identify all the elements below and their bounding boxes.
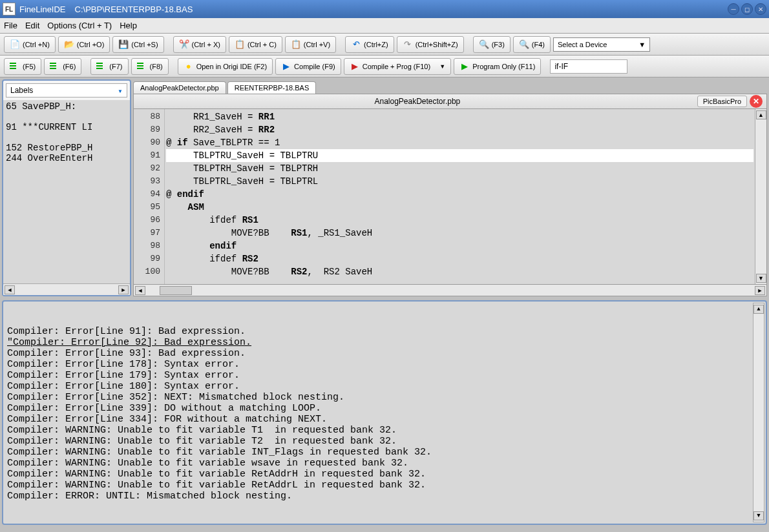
output-line: Compiler: WARNING: Unable to fit variabl… [7,425,762,436]
output-line: Compiler: Error[Line 179]: Syntax error. [7,370,762,381]
cut-button[interactable]: ✂️(Ctrl + X) [173,36,226,53]
labels-hscrollbar[interactable]: ◄ ► [3,283,130,295]
code-line[interactable]: RR2_SaveH = RR2 [166,123,753,136]
code-line[interactable]: TBLPTRH_SaveH = TBLPTRH [166,162,753,175]
redo-icon: ↷ [403,39,413,50]
menubar: File Edit Options (Ctrl + T) Help [0,18,769,34]
code-line[interactable]: @ endif [166,188,753,201]
compiler-output-panel[interactable]: Compiler: Error[Line 91]: Bad expression… [2,300,767,525]
output-line: Compiler: Error[Line 180]: Syntax error. [7,381,762,392]
line-number: 99 [135,252,160,265]
tab-analogpeak[interactable]: AnalogPeakDetector.pbp [133,81,226,94]
code-line[interactable]: ASM [166,201,753,214]
new-file-icon: 📄 [10,39,20,50]
undo-button[interactable]: ↶(Ctrl+Z) [345,36,394,53]
output-line: Compiler: WARNING: Unable to fit variabl… [7,436,762,447]
tab-reenterpbp[interactable]: REENTERPBP-18.BAS [227,81,317,94]
scroll-thumb[interactable] [160,286,192,295]
output-line: Compiler: WARNING: Unable to fit variabl… [7,447,762,458]
code-line[interactable]: MOVE?BB RS2, RS2 SaveH [166,265,753,278]
code-line[interactable]: TBLPTRL_SaveH = TBLPTRL [166,175,753,188]
compile-button[interactable]: ▶Compile (F9) [275,58,341,75]
language-badge[interactable]: PicBasicPro [697,96,747,107]
scroll-right-icon[interactable]: ► [755,286,765,295]
minimize-button[interactable]: ─ [728,3,739,15]
open-orig-ide-button[interactable]: ●Open in Origi IDE (F2) [178,58,273,75]
code-line[interactable]: MOVE?BB RS1, _RS1_SaveH [166,227,753,240]
play-red-icon: ▶ [350,61,360,72]
step-f7-button[interactable]: (F7) [90,58,128,75]
line-number: 92 [135,162,160,175]
menu-options[interactable]: Options (Ctrl + T) [47,21,112,30]
editor-vscrollbar[interactable]: ▲ ▼ [755,109,766,284]
line-number: 93 [135,175,160,188]
scroll-left-icon[interactable]: ◄ [5,285,15,294]
redo-button[interactable]: ↷(Ctrl+Shift+Z) [397,36,464,53]
document-title: AnalogPeakDetector.pbp [138,97,697,106]
close-button[interactable]: ✕ [755,3,766,15]
new-button[interactable]: 📄(Ctrl +N) [4,36,56,53]
device-select[interactable]: Select a Device ▼ [553,37,650,52]
file-path: C:\PBP\REENTERPBP-18.BAS [75,5,193,14]
step-f6-button[interactable]: (F6) [44,58,81,75]
play-blue-icon: ▶ [281,61,291,72]
search-next-icon: 🔍 [519,39,529,50]
device-select-label: Select a Device [558,41,607,48]
save-button[interactable]: 💾(Ctrl +S) [112,36,163,53]
if-field[interactable]: if-IF [550,59,627,74]
maximize-button[interactable]: ◻ [741,3,753,15]
search-icon: 🔍 [479,39,489,50]
line-number: 96 [135,214,160,227]
step-f8-button[interactable]: (F8) [131,58,169,75]
main-area: Labels 65 SavePBP_H: 91 ***CURRENT LI 15… [0,77,769,298]
app-title: FineLineIDE [19,5,66,14]
scroll-down-icon[interactable]: ▼ [756,274,766,283]
play-yellow-icon: ● [184,61,194,72]
chevron-down-icon[interactable]: ▼ [439,63,445,70]
code-line[interactable]: ifdef RS1 [166,214,753,227]
open-button[interactable]: 📂(Ctrl +O) [58,36,110,53]
scroll-up-icon[interactable]: ▲ [753,305,764,314]
scroll-left-icon[interactable]: ◄ [135,286,145,295]
step-f5-button[interactable]: (F5) [4,58,41,75]
code-area[interactable]: RR1_SaveH = RR1 RR2_SaveH = RR2@ if Save… [165,109,755,284]
code-line[interactable]: endif [166,240,753,252]
code-line[interactable]: TBLPTRU_SaveH = TBLPTRU [166,149,753,162]
toolbar-primary: 📄(Ctrl +N) 📂(Ctrl +O) 💾(Ctrl +S) ✂️(Ctrl… [0,34,769,56]
scroll-up-icon[interactable]: ▲ [756,110,766,119]
scroll-right-icon[interactable]: ► [118,285,129,294]
code-line[interactable]: ifdef RS2 [166,252,753,265]
code-line[interactable]: @ if Save_TBLPTR == 1 [166,136,753,149]
undo-icon: ↶ [351,39,361,50]
cut-icon: ✂️ [179,39,189,50]
labels-dropdown[interactable]: Labels [6,83,127,97]
editor-hscrollbar[interactable]: ◄ ► [133,285,767,296]
close-document-button[interactable]: ✕ [750,95,763,108]
paste-button[interactable]: 📋(Ctrl +V) [285,36,336,53]
line-gutter: 888990919293949596979899100 [134,109,165,284]
step-icon [137,63,147,70]
output-vscrollbar[interactable]: ▲ ▼ [753,303,764,522]
copy-button[interactable]: 📋(Ctrl + C) [229,36,282,53]
titlebar: FL FineLineIDE C:\PBP\REENTERPBP-18.BAS … [0,0,769,18]
output-line: Compiler: Error[Line 178]: Syntax error. [7,359,762,370]
step-icon [96,63,107,70]
code-line[interactable]: RR1_SaveH = RR1 [166,110,753,123]
toolbar-secondary: (F5) (F6) (F7) (F8) ●Open in Origi IDE (… [0,56,769,77]
compile-prog-button[interactable]: ▶Compile + Prog (F10) ▼ [344,58,452,75]
menu-help[interactable]: Help [120,21,137,30]
menu-file[interactable]: File [4,21,17,30]
program-only-button[interactable]: ▶Program Only (F11) [454,58,541,75]
find-button[interactable]: 🔍(F3) [473,36,511,53]
editor-tabs: AnalogPeakDetector.pbp REENTERPBP-18.BAS [133,79,767,94]
code-editor[interactable]: 888990919293949596979899100 RR1_SaveH = … [133,109,767,285]
labels-list[interactable]: 65 SavePBP_H: 91 ***CURRENT LI 152 Resto… [3,100,130,283]
play-green-icon: ▶ [459,61,470,72]
menu-edit[interactable]: Edit [25,21,39,30]
app-icon: FL [3,3,16,15]
editor-panel: AnalogPeakDetector.pbp REENTERPBP-18.BAS… [133,79,767,296]
find-next-button[interactable]: 🔍(F4) [513,36,551,53]
line-number: 91 [135,149,160,162]
scroll-down-icon[interactable]: ▼ [753,511,764,520]
output-line: Compiler: Error[Line 339]: DO without a … [7,403,762,414]
